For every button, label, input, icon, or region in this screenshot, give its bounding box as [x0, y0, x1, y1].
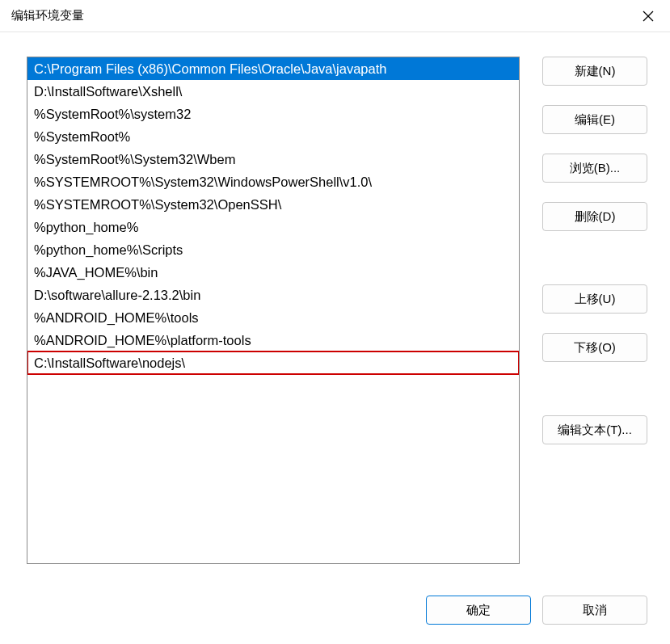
path-list-item[interactable]: C:\InstallSoftware\nodejs\: [27, 351, 519, 374]
main-row: C:\Program Files (x86)\Common Files\Orac…: [27, 57, 647, 573]
path-list-item[interactable]: %SYSTEMROOT%\System32\OpenSSH\: [27, 193, 519, 216]
path-list-item[interactable]: %SystemRoot%\System32\Wbem: [27, 148, 519, 170]
path-list-item[interactable]: D:\software\allure-2.13.2\bin: [27, 284, 519, 306]
close-button[interactable]: [636, 4, 660, 28]
path-list-item[interactable]: %python_home%: [27, 216, 519, 238]
path-list-item[interactable]: %SystemRoot%\system32: [27, 103, 519, 125]
close-icon: [643, 11, 654, 22]
path-list-item[interactable]: %ANDROID_HOME%\platform-tools: [27, 329, 519, 351]
path-list-item[interactable]: %python_home%\Scripts: [27, 238, 519, 261]
move-up-button[interactable]: 上移(U): [542, 284, 647, 314]
window-title: 编辑环境变量: [11, 8, 84, 23]
move-down-button[interactable]: 下移(O): [542, 333, 647, 362]
path-listbox[interactable]: C:\Program Files (x86)\Common Files\Orac…: [27, 57, 520, 564]
browse-button[interactable]: 浏览(B)...: [542, 154, 647, 183]
path-list-item[interactable]: C:\Program Files (x86)\Common Files\Orac…: [27, 57, 519, 80]
path-list-item[interactable]: %SYSTEMROOT%\System32\WindowsPowerShell\…: [27, 170, 519, 193]
titlebar: 编辑环境变量: [0, 0, 670, 32]
cancel-button[interactable]: 取消: [542, 596, 647, 625]
path-list-item[interactable]: %JAVA_HOME%\bin: [27, 261, 519, 284]
ok-button[interactable]: 确定: [426, 596, 531, 625]
path-list-item[interactable]: D:\InstallSoftware\Xshell\: [27, 80, 519, 103]
bottom-button-row: 确定 取消: [27, 596, 647, 625]
path-list-item[interactable]: %ANDROID_HOME%\tools: [27, 306, 519, 329]
edit-text-button[interactable]: 编辑文本(T)...: [542, 415, 647, 444]
button-column: 新建(N) 编辑(E) 浏览(B)... 删除(D) 上移(U) 下移(O) 编…: [542, 57, 647, 573]
new-button[interactable]: 新建(N): [542, 57, 647, 86]
path-list-item[interactable]: %SystemRoot%: [27, 125, 519, 148]
dialog-content: C:\Program Files (x86)\Common Files\Orac…: [0, 32, 670, 644]
delete-button[interactable]: 删除(D): [542, 202, 647, 231]
edit-button[interactable]: 编辑(E): [542, 105, 647, 134]
